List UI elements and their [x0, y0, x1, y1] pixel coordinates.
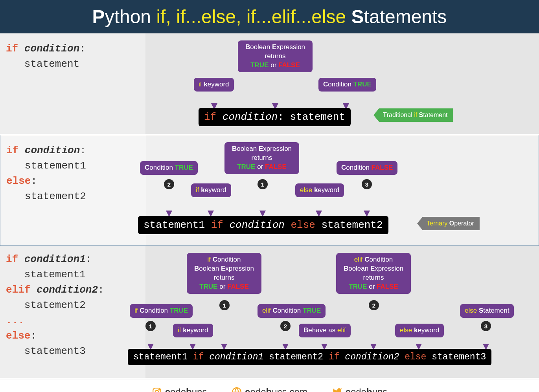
arrow-icon: [482, 331, 490, 350]
instagram-icon: [152, 387, 162, 392]
svg-point-1: [155, 390, 158, 392]
tag-traditional: Traditional if Statement: [373, 108, 453, 122]
box-condition-false: Condition FALSE: [337, 161, 397, 175]
code-if: if condition: statement: [0, 33, 145, 134]
arrow-icon: [189, 336, 197, 350]
website-link[interactable]: codebuns.com: [232, 387, 307, 392]
box-condition-true: Condition TRUE: [318, 78, 376, 92]
box-else-keyword: else keyword: [395, 324, 444, 337]
arrow-icon: [315, 196, 323, 217]
box-elif-bool: elif Condition Boolean Expression return…: [336, 253, 411, 294]
box-else-keyword: else keyword: [295, 183, 344, 197]
arrow-icon: [342, 91, 350, 110]
page-title: Python if, if...else, if...elif...else S…: [0, 0, 539, 33]
arrow-icon: [363, 189, 371, 217]
arrow-icon: [207, 196, 215, 217]
code-if-else: if condition: statement1 else: statement…: [0, 135, 146, 245]
num-badge: 3: [481, 321, 491, 331]
section-if-else: if condition: statement1 else: statement…: [0, 135, 539, 246]
section-if: if condition: statement Boolean Expressi…: [0, 33, 539, 135]
arrow-icon: [320, 336, 328, 350]
footer: codebuns codebuns.com codebuns: [0, 379, 539, 392]
arrow-icon: [370, 310, 377, 350]
box-condition-true: Condition TRUE: [140, 161, 198, 175]
twitter-link[interactable]: codebuns: [332, 387, 388, 392]
box-elif-cond-true: elif Condition TRUE: [258, 304, 326, 318]
box-if-keyword: if keyword: [194, 78, 234, 92]
globe-icon: [232, 387, 242, 392]
num-badge: 3: [362, 179, 372, 189]
codebar-if-elif-else: statement1 if condition1 statement2 if c…: [128, 349, 491, 365]
arrow-icon: [220, 310, 228, 350]
section-if-elif-else: if condition1: statement1 elif condition…: [0, 246, 539, 379]
num-badge: 2: [164, 179, 174, 189]
num-badge: 2: [369, 300, 379, 310]
box-bool-expr: Boolean Expression returns TRUE or FALSE: [224, 142, 299, 174]
num-badge: 1: [258, 179, 268, 189]
box-if-cond-true: if Condition TRUE: [130, 304, 193, 318]
tag-ternary: Ternary Operator: [417, 217, 480, 230]
box-if-keyword: if keyword: [173, 324, 213, 337]
box-else-stmt: else Statement: [460, 304, 514, 318]
num-badge: 1: [145, 321, 156, 331]
arrow-icon: [281, 331, 289, 350]
arrow-icon: [415, 336, 423, 350]
svg-point-2: [159, 389, 160, 390]
num-badge: 2: [280, 321, 291, 331]
arrow-icon: [271, 71, 279, 110]
arrow-icon: [165, 189, 173, 217]
num-badge: 1: [219, 300, 230, 310]
instagram-link[interactable]: codebuns: [152, 387, 207, 392]
box-if-keyword: if keyword: [191, 183, 231, 197]
codebar-if: if condition: statement: [199, 108, 351, 126]
arrow-icon: [147, 331, 155, 350]
box-bool-expr: Boolean Expression returns TRUE or FALSE: [238, 40, 313, 72]
code-if-elif-else: if condition1: statement1 elif condition…: [0, 246, 145, 378]
codebar-if-else: statement1 if condition else statement2: [138, 216, 388, 234]
twitter-icon: [332, 387, 342, 392]
box-if-bool: if Condition Boolean Expression returns …: [187, 253, 261, 294]
box-behave-elif: Behave as elif: [299, 324, 351, 337]
arrow-icon: [259, 189, 267, 217]
arrow-icon: [210, 91, 218, 110]
